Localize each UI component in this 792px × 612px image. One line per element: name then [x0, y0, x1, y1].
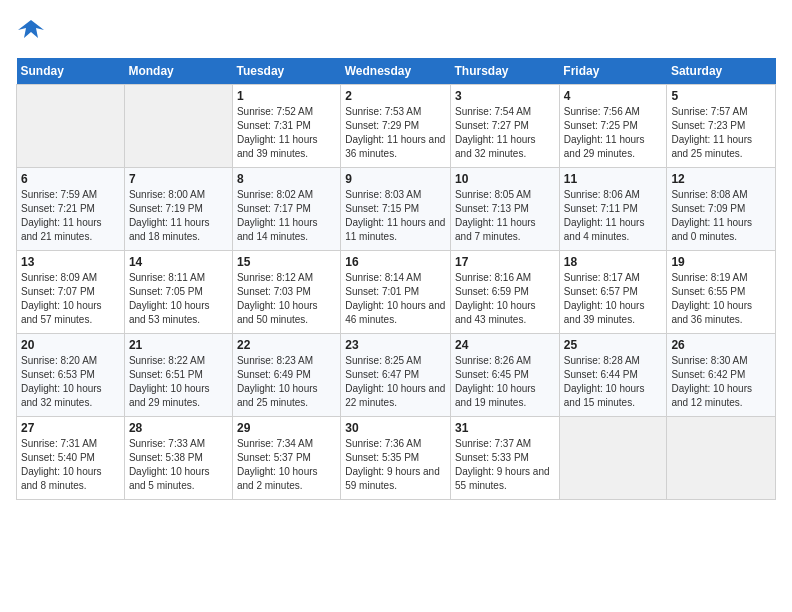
- calendar-cell: 11Sunrise: 8:06 AMSunset: 7:11 PMDayligh…: [559, 168, 667, 251]
- day-number: 14: [129, 255, 228, 269]
- day-number: 30: [345, 421, 446, 435]
- calendar-cell: 8Sunrise: 8:02 AMSunset: 7:17 PMDaylight…: [232, 168, 340, 251]
- calendar-cell: 19Sunrise: 8:19 AMSunset: 6:55 PMDayligh…: [667, 251, 776, 334]
- day-detail: Sunrise: 8:22 AMSunset: 6:51 PMDaylight:…: [129, 354, 228, 410]
- calendar-cell: 10Sunrise: 8:05 AMSunset: 7:13 PMDayligh…: [451, 168, 560, 251]
- day-number: 6: [21, 172, 120, 186]
- day-number: 26: [671, 338, 771, 352]
- logo-bird-icon: [16, 16, 46, 46]
- day-number: 11: [564, 172, 663, 186]
- calendar-cell: 30Sunrise: 7:36 AMSunset: 5:35 PMDayligh…: [341, 417, 451, 500]
- calendar-cell: 2Sunrise: 7:53 AMSunset: 7:29 PMDaylight…: [341, 85, 451, 168]
- day-number: 16: [345, 255, 446, 269]
- day-number: 15: [237, 255, 336, 269]
- day-number: 13: [21, 255, 120, 269]
- day-number: 4: [564, 89, 663, 103]
- calendar-cell: 12Sunrise: 8:08 AMSunset: 7:09 PMDayligh…: [667, 168, 776, 251]
- calendar-cell: 15Sunrise: 8:12 AMSunset: 7:03 PMDayligh…: [232, 251, 340, 334]
- calendar-table: SundayMondayTuesdayWednesdayThursdayFrid…: [16, 58, 776, 500]
- day-number: 25: [564, 338, 663, 352]
- day-detail: Sunrise: 8:00 AMSunset: 7:19 PMDaylight:…: [129, 188, 228, 244]
- day-detail: Sunrise: 8:05 AMSunset: 7:13 PMDaylight:…: [455, 188, 555, 244]
- day-number: 24: [455, 338, 555, 352]
- day-number: 27: [21, 421, 120, 435]
- day-detail: Sunrise: 8:03 AMSunset: 7:15 PMDaylight:…: [345, 188, 446, 244]
- day-detail: Sunrise: 7:54 AMSunset: 7:27 PMDaylight:…: [455, 105, 555, 161]
- day-number: 8: [237, 172, 336, 186]
- day-number: 18: [564, 255, 663, 269]
- calendar-cell: 4Sunrise: 7:56 AMSunset: 7:25 PMDaylight…: [559, 85, 667, 168]
- calendar-cell: 24Sunrise: 8:26 AMSunset: 6:45 PMDayligh…: [451, 334, 560, 417]
- day-detail: Sunrise: 8:09 AMSunset: 7:07 PMDaylight:…: [21, 271, 120, 327]
- calendar-cell: 6Sunrise: 7:59 AMSunset: 7:21 PMDaylight…: [17, 168, 125, 251]
- calendar-cell: 1Sunrise: 7:52 AMSunset: 7:31 PMDaylight…: [232, 85, 340, 168]
- calendar-cell: 26Sunrise: 8:30 AMSunset: 6:42 PMDayligh…: [667, 334, 776, 417]
- day-number: 29: [237, 421, 336, 435]
- day-detail: Sunrise: 8:20 AMSunset: 6:53 PMDaylight:…: [21, 354, 120, 410]
- day-detail: Sunrise: 8:19 AMSunset: 6:55 PMDaylight:…: [671, 271, 771, 327]
- day-number: 3: [455, 89, 555, 103]
- day-detail: Sunrise: 7:31 AMSunset: 5:40 PMDaylight:…: [21, 437, 120, 493]
- day-detail: Sunrise: 8:17 AMSunset: 6:57 PMDaylight:…: [564, 271, 663, 327]
- calendar-cell: 13Sunrise: 8:09 AMSunset: 7:07 PMDayligh…: [17, 251, 125, 334]
- calendar-cell: [124, 85, 232, 168]
- day-detail: Sunrise: 8:23 AMSunset: 6:49 PMDaylight:…: [237, 354, 336, 410]
- day-detail: Sunrise: 8:26 AMSunset: 6:45 PMDaylight:…: [455, 354, 555, 410]
- day-number: 28: [129, 421, 228, 435]
- day-detail: Sunrise: 7:36 AMSunset: 5:35 PMDaylight:…: [345, 437, 446, 493]
- col-header-thursday: Thursday: [451, 58, 560, 85]
- day-number: 21: [129, 338, 228, 352]
- calendar-cell: [17, 85, 125, 168]
- day-number: 22: [237, 338, 336, 352]
- calendar-cell: 18Sunrise: 8:17 AMSunset: 6:57 PMDayligh…: [559, 251, 667, 334]
- calendar-cell: 23Sunrise: 8:25 AMSunset: 6:47 PMDayligh…: [341, 334, 451, 417]
- calendar-cell: 14Sunrise: 8:11 AMSunset: 7:05 PMDayligh…: [124, 251, 232, 334]
- calendar-cell: 17Sunrise: 8:16 AMSunset: 6:59 PMDayligh…: [451, 251, 560, 334]
- day-detail: Sunrise: 7:59 AMSunset: 7:21 PMDaylight:…: [21, 188, 120, 244]
- calendar-cell: 7Sunrise: 8:00 AMSunset: 7:19 PMDaylight…: [124, 168, 232, 251]
- day-number: 9: [345, 172, 446, 186]
- day-detail: Sunrise: 7:33 AMSunset: 5:38 PMDaylight:…: [129, 437, 228, 493]
- day-detail: Sunrise: 8:25 AMSunset: 6:47 PMDaylight:…: [345, 354, 446, 410]
- calendar-cell: 25Sunrise: 8:28 AMSunset: 6:44 PMDayligh…: [559, 334, 667, 417]
- calendar-cell: [667, 417, 776, 500]
- day-detail: Sunrise: 8:02 AMSunset: 7:17 PMDaylight:…: [237, 188, 336, 244]
- calendar-cell: 20Sunrise: 8:20 AMSunset: 6:53 PMDayligh…: [17, 334, 125, 417]
- calendar-cell: [559, 417, 667, 500]
- day-detail: Sunrise: 8:16 AMSunset: 6:59 PMDaylight:…: [455, 271, 555, 327]
- calendar-cell: 28Sunrise: 7:33 AMSunset: 5:38 PMDayligh…: [124, 417, 232, 500]
- day-number: 5: [671, 89, 771, 103]
- day-detail: Sunrise: 7:52 AMSunset: 7:31 PMDaylight:…: [237, 105, 336, 161]
- calendar-cell: 31Sunrise: 7:37 AMSunset: 5:33 PMDayligh…: [451, 417, 560, 500]
- day-detail: Sunrise: 7:53 AMSunset: 7:29 PMDaylight:…: [345, 105, 446, 161]
- col-header-monday: Monday: [124, 58, 232, 85]
- day-detail: Sunrise: 8:28 AMSunset: 6:44 PMDaylight:…: [564, 354, 663, 410]
- day-number: 23: [345, 338, 446, 352]
- col-header-friday: Friday: [559, 58, 667, 85]
- col-header-wednesday: Wednesday: [341, 58, 451, 85]
- day-number: 12: [671, 172, 771, 186]
- day-number: 7: [129, 172, 228, 186]
- logo: [16, 16, 50, 46]
- day-number: 10: [455, 172, 555, 186]
- col-header-saturday: Saturday: [667, 58, 776, 85]
- day-detail: Sunrise: 8:08 AMSunset: 7:09 PMDaylight:…: [671, 188, 771, 244]
- calendar-cell: 29Sunrise: 7:34 AMSunset: 5:37 PMDayligh…: [232, 417, 340, 500]
- calendar-cell: 9Sunrise: 8:03 AMSunset: 7:15 PMDaylight…: [341, 168, 451, 251]
- page-header: [16, 16, 776, 46]
- calendar-cell: 22Sunrise: 8:23 AMSunset: 6:49 PMDayligh…: [232, 334, 340, 417]
- day-number: 1: [237, 89, 336, 103]
- day-number: 31: [455, 421, 555, 435]
- day-number: 19: [671, 255, 771, 269]
- day-detail: Sunrise: 8:14 AMSunset: 7:01 PMDaylight:…: [345, 271, 446, 327]
- day-detail: Sunrise: 8:30 AMSunset: 6:42 PMDaylight:…: [671, 354, 771, 410]
- day-detail: Sunrise: 8:11 AMSunset: 7:05 PMDaylight:…: [129, 271, 228, 327]
- day-detail: Sunrise: 8:12 AMSunset: 7:03 PMDaylight:…: [237, 271, 336, 327]
- calendar-cell: 21Sunrise: 8:22 AMSunset: 6:51 PMDayligh…: [124, 334, 232, 417]
- day-number: 17: [455, 255, 555, 269]
- calendar-cell: 5Sunrise: 7:57 AMSunset: 7:23 PMDaylight…: [667, 85, 776, 168]
- col-header-tuesday: Tuesday: [232, 58, 340, 85]
- col-header-sunday: Sunday: [17, 58, 125, 85]
- day-detail: Sunrise: 8:06 AMSunset: 7:11 PMDaylight:…: [564, 188, 663, 244]
- svg-marker-0: [18, 20, 44, 38]
